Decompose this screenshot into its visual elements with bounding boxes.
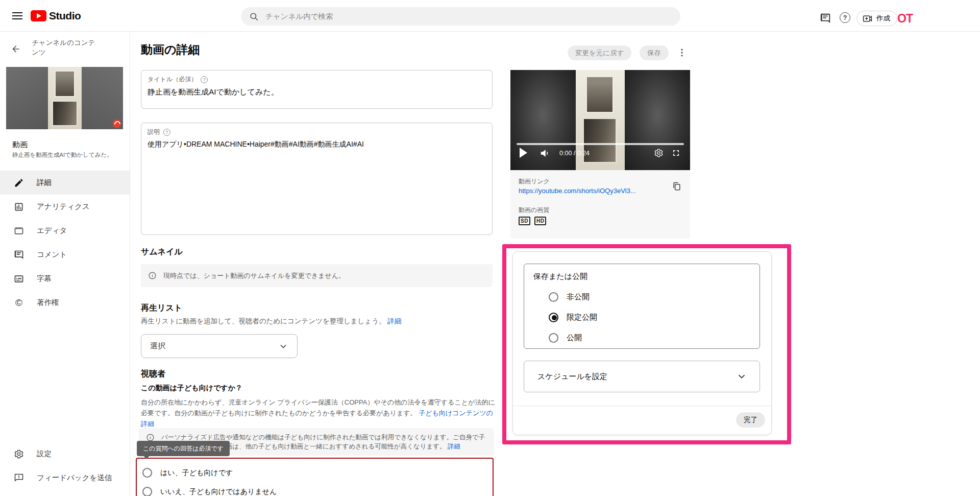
- playlist-description: 再生リストに動画を追加して、視聴者のためにコンテンツを整理しましょう。 詳細: [141, 317, 401, 326]
- help-icon[interactable]: [840, 12, 850, 23]
- sidebar-footer: 設定 フィードバックを送信: [0, 442, 130, 490]
- thumbnail-notice-text: 現時点では、ショート動画のサムネイルを変更できません。: [163, 271, 345, 280]
- sidebar-item-details[interactable]: 詳細: [0, 171, 130, 195]
- description-field-label: 説明: [148, 128, 486, 136]
- audience-heading: 視聴者: [141, 369, 165, 380]
- sidebar-item-editor[interactable]: エディタ: [0, 219, 130, 243]
- back-label[interactable]: チャンネルのコンテンツ: [32, 38, 101, 57]
- sidebar-item-subtitles[interactable]: 字幕: [0, 267, 130, 291]
- back-arrow-icon[interactable]: [11, 44, 21, 54]
- radio-option-not-made-for-kids[interactable]: いいえ、子ども向けではありません: [137, 482, 493, 496]
- youtube-studio-logo[interactable]: Studio: [31, 10, 81, 22]
- radio-checked-icon[interactable]: [549, 313, 558, 322]
- video-quality-label: 動画の画質: [519, 206, 549, 215]
- video-thumbnail[interactable]: [6, 67, 123, 129]
- sidebar-item-comments[interactable]: コメント: [0, 243, 130, 267]
- radio-option-public[interactable]: 公開: [524, 327, 760, 348]
- youtube-play-icon: [31, 10, 46, 21]
- copy-icon[interactable]: [672, 181, 682, 192]
- visibility-legend: 保存または公開: [533, 272, 587, 281]
- logo-text: Studio: [49, 10, 81, 22]
- playlist-learn-more-link[interactable]: 詳細: [387, 317, 401, 325]
- editor-icon: [14, 226, 24, 236]
- audience-question: この動画は子ども向けですか？: [141, 384, 242, 393]
- chevron-down-icon: [736, 371, 747, 382]
- player-time: 0:00 / 0:24: [559, 150, 590, 157]
- video-info-card: 動画リンク https://youtube.com/shorts/iOQy3eV…: [510, 170, 690, 239]
- audience-options-error-box: はい、子ども向けです いいえ、子ども向けではありません: [136, 458, 494, 496]
- sd-badge: SD: [519, 217, 530, 225]
- portrait-photo-top: [586, 76, 614, 113]
- sidebar-item-send-feedback[interactable]: フィードバックを送信: [0, 466, 130, 490]
- quality-badges: SD HD: [519, 217, 546, 225]
- subtitles-icon: [14, 274, 24, 284]
- video-player[interactable]: 0:00 / 0:24: [510, 70, 690, 170]
- channel-search-bar[interactable]: [241, 7, 680, 26]
- avatar[interactable]: OT: [894, 11, 916, 26]
- video-link-label: 動画リンク: [519, 177, 550, 186]
- shorts-remix-badge-icon: [113, 120, 121, 128]
- sidebar: チャンネルのコンテンツ 動画 静止画を動画生成AIで動かしてみた。 詳細 アナリ…: [0, 32, 130, 496]
- question-icon[interactable]: [201, 76, 208, 83]
- radio-option-private[interactable]: 非公開: [524, 287, 760, 307]
- title-field[interactable]: タイトル（必須） 静止画を動画生成AIで動かしてみた。: [141, 70, 493, 109]
- player-settings-icon[interactable]: [654, 148, 664, 158]
- info-icon: [148, 271, 157, 280]
- sidebar-item-copyright[interactable]: © 著作権: [0, 291, 130, 315]
- visibility-card: 保存または公開 非公開 限定公開 公開 スケジュールを設定 完了: [512, 251, 772, 435]
- create-button[interactable]: 作成: [856, 11, 897, 26]
- schedule-select[interactable]: スケジュールを設定: [524, 361, 760, 392]
- search-icon: [249, 12, 259, 21]
- radio-option-unlisted[interactable]: 限定公開: [524, 307, 760, 327]
- comments-icon: [14, 250, 24, 260]
- page-title: 動画の詳細: [141, 42, 200, 58]
- title-field-value[interactable]: 静止画を動画生成AIで動かしてみた。: [148, 87, 486, 97]
- description-field-value[interactable]: 使用アプリ•DREAM MACHINE•Haiper#動画#AI動画#動画生成A…: [148, 140, 486, 149]
- feedback-bubble-icon[interactable]: [820, 13, 831, 24]
- gear-icon: [14, 449, 24, 459]
- player-progress-bar[interactable]: [517, 143, 684, 145]
- play-button-icon[interactable]: [520, 148, 527, 158]
- required-answer-tooltip: この質問への回答は必須です: [137, 441, 230, 456]
- radio-option-made-for-kids[interactable]: はい、子ども向けです: [137, 463, 493, 482]
- radio-icon[interactable]: [142, 487, 152, 496]
- portrait-photo-top: [55, 70, 75, 97]
- playlist-heading: 再生リスト: [141, 303, 182, 314]
- video-title-subtitle: 静止画を動画生成AIで動かしてみた。: [12, 151, 128, 159]
- youtube-studio-app: Studio 作成 OT チャンネルのコンテンツ 動画 静止画を動画生成AIで動…: [0, 0, 980, 496]
- chevron-down-icon: [278, 341, 288, 351]
- sidebar-item-analytics[interactable]: アナリティクス: [0, 195, 130, 219]
- create-label: 作成: [876, 14, 890, 23]
- audience-paragraph: 自分の所在地にかかわらず、児童オンライン プライバシー保護法（COPPA）やその…: [141, 397, 495, 429]
- undo-changes-button[interactable]: 変更を元に戻す: [568, 45, 631, 60]
- pencil-icon: [14, 178, 24, 188]
- fullscreen-icon[interactable]: [671, 148, 681, 158]
- radio-icon[interactable]: [549, 292, 558, 302]
- more-options-icon[interactable]: [677, 47, 687, 58]
- card-divider: [513, 406, 771, 406]
- description-field[interactable]: 説明 使用アプリ•DREAM MACHINE•Haiper#動画#AI動画#動画…: [141, 123, 493, 235]
- visibility-fieldset: 保存または公開 非公開 限定公開 公開: [524, 264, 760, 349]
- radio-icon[interactable]: [549, 333, 558, 343]
- hamburger-menu-icon[interactable]: [12, 12, 22, 19]
- top-bar: Studio 作成 OT: [0, 0, 980, 32]
- portrait-photo-bottom: [52, 101, 78, 126]
- playlist-select-value: 選択: [150, 341, 165, 351]
- search-input[interactable]: [265, 12, 672, 20]
- audience-notice-link[interactable]: 詳細: [448, 443, 460, 450]
- feedback-exclamation-icon: [14, 473, 24, 483]
- done-button[interactable]: 完了: [736, 412, 765, 428]
- copyright-icon: ©: [14, 298, 24, 308]
- volume-icon[interactable]: [540, 148, 550, 158]
- question-icon[interactable]: [163, 129, 170, 136]
- video-section-label: 動画: [12, 140, 28, 150]
- thumbnail-heading: サムネイル: [141, 247, 183, 257]
- sidebar-item-settings[interactable]: 設定: [0, 442, 130, 466]
- video-link[interactable]: https://youtube.com/shorts/iOQy3eVl3...: [519, 187, 636, 195]
- save-button[interactable]: 保存: [640, 45, 669, 60]
- playlist-select[interactable]: 選択: [141, 334, 298, 358]
- sidebar-menu: 詳細 アナリティクス エディタ コメント 字幕 © 著作権: [0, 171, 130, 315]
- thumbnail-center-strip: [48, 67, 82, 129]
- visibility-options: 非公開 限定公開 公開: [524, 287, 760, 348]
- radio-icon[interactable]: [142, 468, 152, 478]
